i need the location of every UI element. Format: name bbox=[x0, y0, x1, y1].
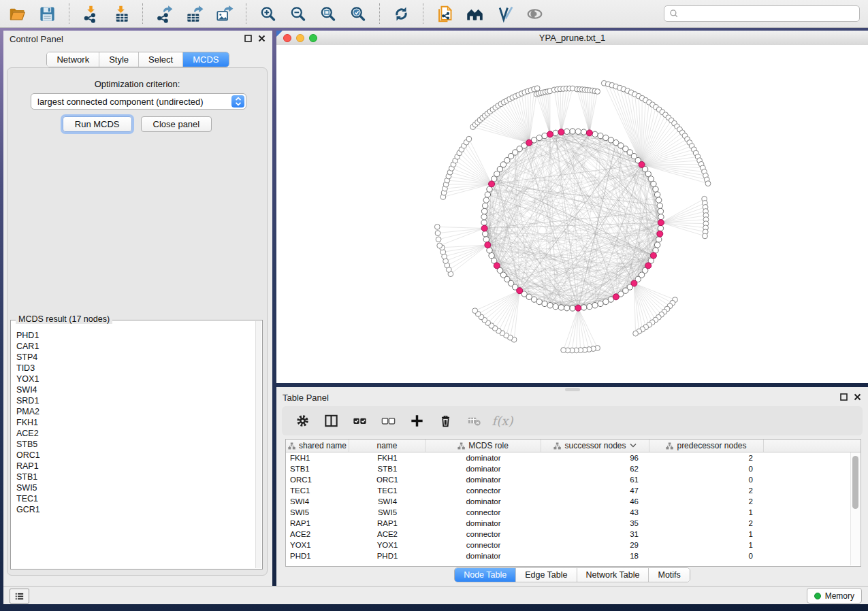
show-columns-button[interactable] bbox=[322, 412, 340, 430]
table-row[interactable]: FKH1FKH1dominator962 bbox=[286, 452, 861, 463]
close-panel-icon[interactable] bbox=[258, 35, 266, 42]
delete-table-button bbox=[465, 412, 483, 430]
column-header-name[interactable]: name bbox=[349, 440, 425, 452]
splitter-collapse-icon[interactable] bbox=[276, 31, 283, 37]
zoom-in-button[interactable] bbox=[256, 2, 280, 25]
tab-select[interactable]: Select bbox=[139, 52, 183, 67]
float-window-icon[interactable] bbox=[840, 393, 848, 401]
mcds-result-item[interactable]: ACE2 bbox=[16, 428, 255, 439]
mcds-result-item[interactable]: STP4 bbox=[16, 352, 255, 363]
tab-mcds[interactable]: MCDS bbox=[183, 52, 228, 67]
cell-name: SWI4 bbox=[349, 497, 425, 506]
table-row[interactable]: SWI4SWI4dominator462 bbox=[286, 496, 861, 507]
import-table-button[interactable] bbox=[109, 2, 133, 25]
cell-predecessor-nodes: 0 bbox=[649, 465, 764, 473]
open-session-button[interactable] bbox=[5, 2, 29, 25]
export-network-button[interactable] bbox=[152, 2, 176, 25]
create-column-icon bbox=[409, 413, 425, 429]
export-image-button[interactable] bbox=[212, 2, 236, 25]
mcds-result-item[interactable]: TID3 bbox=[16, 363, 255, 374]
table-options-gear-icon bbox=[295, 413, 310, 429]
show-hide-button[interactable] bbox=[523, 2, 547, 25]
table-options-gear-button[interactable] bbox=[293, 412, 311, 430]
splitter-grip[interactable] bbox=[565, 388, 580, 391]
mcds-result-item[interactable]: STB1 bbox=[16, 472, 255, 482]
style-annotation-button[interactable] bbox=[493, 2, 517, 25]
mcds-result-item[interactable]: SWI4 bbox=[16, 384, 255, 395]
close-panel-button[interactable]: Close panel bbox=[141, 116, 212, 132]
table-row[interactable]: ORC1ORC1dominator610 bbox=[286, 474, 861, 485]
table-row[interactable]: YOX1YOX1connector291 bbox=[286, 540, 861, 550]
mcds-result-item[interactable]: STB5 bbox=[16, 439, 255, 450]
delete-columns-button[interactable] bbox=[436, 412, 454, 430]
import-network-button[interactable] bbox=[79, 2, 103, 25]
search-input[interactable] bbox=[681, 7, 859, 20]
task-history-button[interactable] bbox=[10, 589, 29, 604]
mcds-result-scrollbar[interactable] bbox=[255, 321, 261, 568]
optimization-criterion-select[interactable]: largest connected component (undirected) bbox=[31, 93, 246, 110]
column-header-shared-name[interactable]: shared name bbox=[286, 440, 349, 452]
table-row[interactable]: RAP1RAP1dominator352 bbox=[286, 518, 861, 529]
cell-shared-name: TEC1 bbox=[286, 486, 349, 495]
refresh-layout-button[interactable] bbox=[389, 2, 413, 25]
mcds-result-item[interactable]: FKH1 bbox=[16, 417, 255, 428]
tab-node-table[interactable]: Node Table bbox=[455, 568, 516, 582]
equation-builder-button: f(x) bbox=[494, 412, 511, 430]
mcds-result-item[interactable]: SWI5 bbox=[16, 482, 255, 493]
network-window-title: YPA_prune.txt_1 bbox=[276, 33, 868, 43]
table-scrollbar[interactable] bbox=[850, 452, 860, 565]
table-row[interactable]: PHD1PHD1dominator180 bbox=[286, 550, 861, 561]
network-window-titlebar[interactable]: YPA_prune.txt_1 bbox=[276, 31, 868, 46]
export-table-button[interactable] bbox=[182, 2, 206, 25]
export-table-icon bbox=[185, 5, 204, 23]
mcds-result-item[interactable]: CAR1 bbox=[16, 341, 255, 352]
column-header-successor-nodes[interactable]: successor nodes bbox=[541, 440, 649, 452]
column-header-filler bbox=[764, 440, 861, 452]
mcds-result-item[interactable]: ORC1 bbox=[16, 450, 255, 461]
cell-predecessor-nodes: 1 bbox=[649, 530, 764, 538]
close-panel-icon[interactable] bbox=[854, 393, 861, 401]
float-window-icon[interactable] bbox=[244, 35, 252, 42]
mcds-result-item[interactable]: PMA2 bbox=[16, 406, 255, 417]
tab-edge-table[interactable]: Edge Table bbox=[516, 568, 577, 582]
cell-MCDS-role: connector bbox=[425, 541, 541, 549]
zoom-selected-button[interactable] bbox=[346, 2, 370, 25]
column-header-predecessor-nodes[interactable]: predecessor nodes bbox=[649, 440, 764, 452]
memory-button[interactable]: Memory bbox=[807, 588, 862, 604]
deselect-all-rows-button[interactable] bbox=[379, 412, 397, 430]
run-mcds-button[interactable]: Run MCDS bbox=[63, 116, 132, 132]
mcds-result-item[interactable]: PHD1 bbox=[16, 330, 255, 341]
column-header-MCDS-role[interactable]: MCDS role bbox=[425, 440, 541, 452]
share-network-document-button[interactable] bbox=[433, 2, 457, 25]
table-row[interactable]: ACE2ACE2connector311 bbox=[286, 529, 861, 540]
select-all-rows-button[interactable] bbox=[351, 412, 368, 430]
toolbar-search[interactable] bbox=[664, 5, 860, 22]
create-column-button[interactable] bbox=[408, 412, 425, 430]
mcds-result-item[interactable]: SRD1 bbox=[16, 395, 255, 406]
table-row[interactable]: STB1STB1dominator620 bbox=[286, 463, 861, 474]
network-canvas[interactable] bbox=[276, 45, 868, 383]
cell-name: SWI5 bbox=[349, 508, 425, 516]
cell-predecessor-nodes: 1 bbox=[649, 508, 764, 516]
cell-shared-name: ACE2 bbox=[286, 530, 349, 538]
first-neighbors-button[interactable] bbox=[463, 2, 487, 25]
tab-style[interactable]: Style bbox=[99, 52, 139, 67]
cell-successor-nodes: 18 bbox=[541, 552, 649, 560]
tab-network-table[interactable]: Network Table bbox=[577, 568, 649, 582]
zoom-fit-button[interactable] bbox=[316, 2, 340, 25]
control-panel: Control Panel NetworkStyleSelectMCDS Opt… bbox=[3, 31, 272, 587]
table-scrollbar-thumb[interactable] bbox=[852, 456, 858, 509]
mcds-result-item[interactable]: YOX1 bbox=[16, 374, 255, 384]
zoom-out-button[interactable] bbox=[286, 2, 310, 25]
show-hide-icon bbox=[526, 5, 544, 23]
network-graph[interactable] bbox=[276, 45, 868, 383]
table-row[interactable]: SWI5SWI5connector431 bbox=[286, 507, 861, 518]
save-session-button[interactable] bbox=[35, 2, 59, 25]
mcds-result-item[interactable]: TEC1 bbox=[16, 493, 255, 504]
tab-network[interactable]: Network bbox=[47, 52, 99, 67]
mcds-result-item[interactable]: RAP1 bbox=[16, 461, 255, 472]
table-row[interactable]: TEC1TEC1connector472 bbox=[286, 485, 861, 496]
cell-successor-nodes: 35 bbox=[541, 519, 649, 527]
tab-motifs[interactable]: Motifs bbox=[649, 568, 689, 582]
mcds-result-item[interactable]: GCR1 bbox=[16, 504, 255, 515]
